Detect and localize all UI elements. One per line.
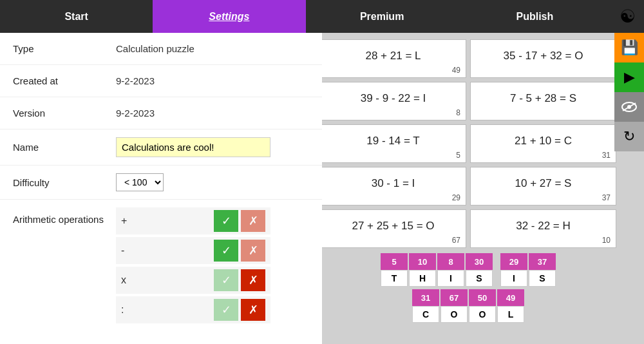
type-row: Type Calculation puzzle <box>0 33 322 65</box>
answer-num-1-0: 31 <box>412 289 439 306</box>
puzzle-grid: 28 + 21 = L4935 - 17 + 32 = O39 - 9 - 22… <box>322 39 616 248</box>
name-input[interactable] <box>116 137 270 157</box>
answer-letter-1-2: O <box>469 306 496 323</box>
answer-num-1-1: 67 <box>440 289 468 306</box>
version-value: 9-2-2023 <box>116 108 155 119</box>
side-icon-save[interactable]: 💾 <box>614 33 644 62</box>
puzzle-equation-0: 28 + 21 = L <box>365 50 421 62</box>
left-panel: Type Calculation puzzle Created at 9-2-2… <box>0 33 322 344</box>
puzzle-area: 28 + 21 = L4935 - 17 + 32 = O39 - 9 - 22… <box>322 39 616 323</box>
answer-spacer-0-4 <box>494 253 499 287</box>
answer-cell-0-0: 5T <box>381 253 408 287</box>
main-content: Type Calculation puzzle Created at 9-2-2… <box>0 33 644 344</box>
svg-line-2 <box>623 103 636 111</box>
puzzle-cell-7: 10 + 27 = S37 <box>470 167 616 205</box>
puzzle-equation-8: 27 + 25 + 15 = O <box>352 220 434 233</box>
answer-cell-0-5: 29I <box>500 253 527 287</box>
puzzle-cell-3: 7 - 5 + 28 = S <box>470 82 616 120</box>
op-check-btn-0[interactable]: ✓ <box>214 210 238 232</box>
op-check-btn-1[interactable]: ✓ <box>214 240 238 262</box>
nav-premium[interactable]: Premium <box>306 0 459 33</box>
op-cross-btn-0[interactable]: ✗ <box>241 210 265 232</box>
nav-bar: Start Settings Premium Publish ☯ <box>0 0 644 33</box>
answer-letter-0-3: S <box>466 270 493 287</box>
arith-ops: +✓✗-✓✗x✓✗:✓✗ <box>116 207 270 323</box>
side-icon-play[interactable]: ▶ <box>614 62 644 92</box>
answer-cell-1-3: 49L <box>497 289 524 323</box>
puzzle-equation-3: 7 - 5 + 28 = S <box>510 92 576 105</box>
answer-num-1-2: 50 <box>469 289 496 306</box>
answer-letter-0-1: H <box>409 270 436 287</box>
type-label: Type <box>13 43 116 54</box>
puzzle-equation-6: 30 - 1 = I <box>372 177 415 190</box>
op-symbol-2: x <box>121 274 211 286</box>
answer-cell-0-1: 10H <box>409 253 436 287</box>
answer-num-0-3: 30 <box>466 253 493 270</box>
arith-label: Arithmetic operations <box>13 207 116 225</box>
answer-letter-0-6: S <box>529 270 556 287</box>
puzzle-cell-1: 35 - 17 + 32 = O <box>470 39 616 78</box>
op-symbol-1: - <box>121 245 211 256</box>
side-icon-eye[interactable] <box>614 92 644 122</box>
difficulty-row: Difficulty < 100 <box>0 166 322 200</box>
yin-yang-icon: ☯ <box>611 0 644 33</box>
puzzle-equation-4: 19 - 14 = T <box>366 135 419 148</box>
puzzle-equation-2: 39 - 9 - 22 = I <box>361 92 426 105</box>
answer-letter-0-5: I <box>500 270 527 287</box>
answer-letter-1-3: L <box>497 306 524 323</box>
op-cross-btn-1[interactable]: ✗ <box>241 240 265 262</box>
op-row--: -✓✗ <box>116 237 270 264</box>
answer-cell-0-2: 8I <box>437 253 464 287</box>
op-check-btn-2[interactable]: ✓ <box>214 269 238 291</box>
answer-section: 5T10H8I30S29I37S31C67O50O49L <box>322 253 616 323</box>
answer-num-0-1: 10 <box>409 253 436 270</box>
difficulty-label: Difficulty <box>13 177 116 188</box>
answer-letter-1-0: C <box>412 306 439 323</box>
op-check-btn-3[interactable]: ✓ <box>214 299 238 321</box>
nav-settings[interactable]: Settings <box>153 0 305 33</box>
version-label: Version <box>13 108 116 119</box>
op-cross-btn-3[interactable]: ✗ <box>241 299 265 321</box>
created-value: 9-2-2023 <box>116 75 155 86</box>
version-row: Version 9-2-2023 <box>0 97 322 129</box>
puzzle-cell-2: 39 - 9 - 22 = I8 <box>322 82 466 120</box>
right-panel: 28 + 21 = L4935 - 17 + 32 = O39 - 9 - 22… <box>322 33 644 344</box>
created-label: Created at <box>13 75 116 86</box>
side-icon-refresh[interactable]: ↻ <box>614 122 644 151</box>
answer-num-1-3: 49 <box>497 289 524 306</box>
answer-num-0-0: 5 <box>381 253 408 270</box>
answer-cell-1-2: 50O <box>469 289 496 323</box>
answer-cell-1-0: 31C <box>412 289 439 323</box>
puzzle-equation-1: 35 - 17 + 32 = O <box>504 50 583 62</box>
op-cross-btn-2[interactable]: ✗ <box>241 269 265 291</box>
arithmetic-row: Arithmetic operations +✓✗-✓✗x✓✗:✓✗ <box>0 200 322 331</box>
name-row: Name <box>0 129 322 166</box>
answer-row-0: 5T10H8I30S29I37S <box>381 253 556 287</box>
name-label: Name <box>13 142 116 153</box>
created-row: Created at 9-2-2023 <box>0 65 322 97</box>
puzzle-equation-7: 10 + 27 = S <box>515 177 572 190</box>
answer-num-0-6: 37 <box>529 253 556 270</box>
puzzle-cell-5: 21 + 10 = C31 <box>470 124 616 163</box>
puzzle-cell-8: 27 + 25 + 15 = O67 <box>322 209 466 248</box>
op-symbol-3: : <box>121 304 211 316</box>
side-icons: 💾▶↻ <box>614 33 644 151</box>
puzzle-number-4: 5 <box>456 151 460 160</box>
difficulty-select[interactable]: < 100 <box>116 173 164 191</box>
puzzle-equation-5: 21 + 10 = C <box>515 135 572 148</box>
answer-row-1: 31C67O50O49L <box>412 289 524 323</box>
puzzle-number-7: 37 <box>602 193 611 202</box>
puzzle-equation-9: 32 - 22 = H <box>516 220 571 233</box>
puzzle-number-0: 49 <box>452 66 460 75</box>
op-row-:: :✓✗ <box>116 296 270 323</box>
answer-num-0-2: 8 <box>437 253 464 270</box>
op-row-x: x✓✗ <box>116 267 270 294</box>
puzzle-number-6: 29 <box>452 193 460 202</box>
puzzle-cell-4: 19 - 14 = T5 <box>322 124 466 163</box>
nav-publish[interactable]: Publish <box>459 0 611 33</box>
answer-num-0-5: 29 <box>500 253 527 270</box>
nav-start[interactable]: Start <box>0 0 153 33</box>
answer-letter-0-0: T <box>381 270 408 287</box>
answer-cell-0-3: 30S <box>466 253 493 287</box>
puzzle-cell-0: 28 + 21 = L49 <box>322 39 466 78</box>
